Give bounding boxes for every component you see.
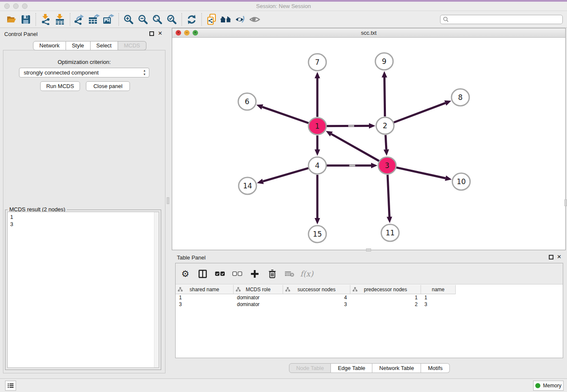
table-cell-predecessor_nodes[interactable]: 2	[350, 301, 421, 308]
table-cell-name[interactable]: 1	[421, 294, 456, 301]
plus-icon	[251, 270, 259, 278]
close-panel-button[interactable]: Close panel	[86, 81, 130, 91]
graph-edge[interactable]	[385, 77, 385, 116]
graph-edge[interactable]	[394, 103, 446, 122]
table-cell-successor_nodes[interactable]: 3	[283, 301, 350, 308]
tab-motifs[interactable]: Motifs	[421, 363, 450, 373]
mcds-result-text[interactable]: 1 3	[7, 212, 159, 368]
graph-edge-arrowhead	[445, 176, 451, 181]
export-network-button[interactable]	[73, 12, 87, 27]
open-session-button[interactable]	[4, 12, 19, 27]
function-builder-button[interactable]: f(x)	[301, 268, 312, 279]
result-scrollbar[interactable]	[154, 212, 159, 367]
column-header-mcds_role[interactable]: MCDS role	[234, 285, 283, 294]
graph-edge[interactable]	[385, 135, 386, 149]
zoom-selected-icon	[167, 14, 177, 25]
graph-edge[interactable]	[263, 168, 308, 181]
table-cell-name[interactable]: 3	[421, 301, 456, 308]
table-row[interactable]: 3dominator323	[176, 301, 563, 308]
table-cell-mcds_role[interactable]: dominator	[234, 294, 283, 301]
show-columns-button[interactable]	[197, 268, 208, 279]
search-box	[440, 15, 563, 24]
delete-table-button[interactable]	[284, 268, 295, 279]
network-view-window: ✕ − + scc.txt 1234678910111415	[172, 28, 566, 250]
splitter-handle[interactable]	[564, 199, 567, 206]
table-options-button[interactable]: ⚙	[180, 268, 191, 279]
graph-edge-arrowhead	[387, 217, 392, 223]
toolbar-separator	[70, 13, 70, 26]
column-header-successor_nodes[interactable]: successor nodes	[283, 285, 350, 294]
status-bar: Memory	[0, 378, 567, 392]
export-table-button[interactable]	[87, 12, 102, 27]
import-network-button[interactable]	[39, 12, 53, 27]
show-all-button[interactable]	[248, 12, 262, 27]
fit-content-button[interactable]	[150, 12, 165, 27]
create-column-button[interactable]	[249, 268, 260, 279]
zoom-in-button[interactable]	[121, 12, 136, 27]
search-input[interactable]	[450, 17, 560, 22]
zoom-out-button[interactable]	[136, 12, 150, 27]
graph-edge-arrowhead	[315, 218, 320, 224]
graph-edge-arrowhead	[315, 72, 320, 78]
export-image-icon	[103, 14, 115, 25]
close-table-panel-icon[interactable]: ✕	[557, 254, 561, 260]
network-view-titlebar[interactable]: ✕ − + scc.txt	[172, 28, 565, 38]
hide-selected-button[interactable]	[233, 12, 248, 27]
zoom-selected-button[interactable]	[165, 12, 179, 27]
criterion-select[interactable]: strongly connected component ▲▼	[19, 68, 149, 77]
graph-node-label: 6	[245, 97, 250, 106]
table-cell-shared_name[interactable]: 3	[176, 301, 234, 308]
home-layout-button[interactable]	[219, 12, 233, 27]
table-cell-predecessor_nodes[interactable]: 1	[350, 294, 421, 301]
save-session-button[interactable]	[19, 12, 33, 27]
float-panel-icon[interactable]	[149, 31, 154, 36]
toolbar-separator	[201, 13, 202, 26]
tab-network[interactable]: Network	[33, 41, 66, 50]
show-log-button[interactable]	[5, 381, 16, 391]
network-graph[interactable]: 1234678910111415	[172, 38, 565, 250]
delete-column-button[interactable]	[267, 268, 278, 279]
refresh-button[interactable]	[184, 12, 199, 27]
splitter-handle[interactable]	[167, 197, 169, 204]
network-canvas[interactable]: 1234678910111415	[172, 38, 565, 250]
optimization-criterion-label: Optimization criterion:	[3, 59, 165, 65]
graph-node-label: 9	[382, 57, 387, 66]
splitter-handle[interactable]	[366, 248, 371, 251]
import-table-button[interactable]	[53, 12, 67, 27]
graph-edge[interactable]	[396, 168, 445, 178]
export-image-button[interactable]	[102, 12, 116, 27]
column-header-label: successor nodes	[297, 287, 336, 293]
tab-select[interactable]: Select	[91, 41, 118, 50]
graph-edge[interactable]	[262, 107, 308, 123]
tab-network-table[interactable]: Network Table	[372, 363, 421, 373]
table-cell-successor_nodes[interactable]: 4	[283, 294, 350, 301]
table-cell-shared_name[interactable]: 1	[176, 294, 234, 301]
run-mcds-button[interactable]: Run MCDS	[40, 81, 80, 91]
column-header-label: name	[432, 287, 444, 293]
tab-node-table[interactable]: Node Table	[289, 363, 331, 373]
graph-edge[interactable]	[327, 126, 369, 126]
select-all-columns-button[interactable]	[215, 268, 226, 279]
mcds-panel: Optimization criterion: strongly connect…	[3, 50, 165, 373]
graph-edge[interactable]	[331, 134, 379, 161]
graph-edge-arrowhead	[383, 149, 389, 156]
tab-edge-table[interactable]: Edge Table	[331, 363, 372, 373]
memory-button[interactable]: Memory	[533, 381, 564, 391]
column-header-name[interactable]: name	[421, 285, 456, 294]
graph-edge[interactable]	[388, 175, 389, 217]
close-panel-icon[interactable]: ✕	[158, 30, 162, 36]
table-cell-mcds_role[interactable]: dominator	[234, 301, 283, 308]
open-folder-icon	[6, 15, 17, 24]
tab-mcds[interactable]: MCDS	[118, 41, 146, 50]
float-table-panel-icon[interactable]	[549, 255, 553, 259]
toolbar-separator	[118, 13, 119, 26]
mcds-result-group: MCDS result (2 nodes) 1 3	[5, 210, 161, 370]
column-header-shared_name[interactable]: shared name	[176, 285, 234, 294]
column-header-predecessor_nodes[interactable]: predecessor nodes	[350, 285, 421, 294]
tab-style[interactable]: Style	[66, 41, 91, 50]
unselect-all-columns-button[interactable]	[232, 268, 243, 279]
checked-boxes-icon	[215, 271, 225, 276]
table-row[interactable]: 1dominator411	[176, 294, 563, 301]
duplicate-network-button[interactable]	[204, 12, 219, 27]
hierarchy-icon	[285, 287, 290, 292]
